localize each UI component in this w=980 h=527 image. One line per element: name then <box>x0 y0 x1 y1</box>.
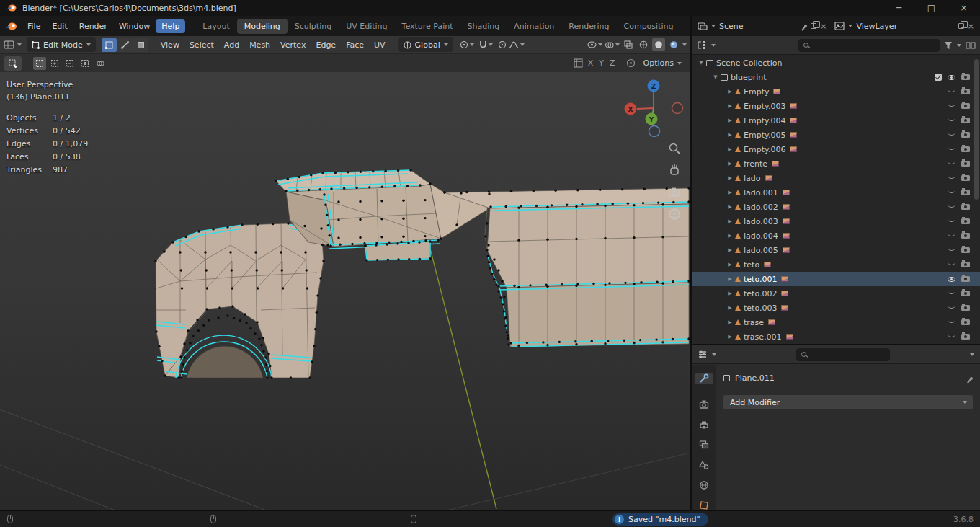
eye-closed-icon[interactable] <box>948 88 956 92</box>
eye-closed-icon[interactable] <box>948 203 956 208</box>
view-layer-icon[interactable] <box>834 22 845 30</box>
viewport-menu-edge[interactable]: Edge <box>311 38 341 52</box>
transform-orientation-selector[interactable]: Global <box>398 37 453 52</box>
disable-in-renders-icon[interactable] <box>961 132 970 138</box>
disclosure-triangle-icon[interactable]: ▶ <box>725 132 735 138</box>
select-mode-new-button[interactable] <box>33 57 46 70</box>
disable-in-renders-icon[interactable] <box>961 319 970 325</box>
pivot-point-button[interactable] <box>460 40 474 49</box>
mode-selector[interactable]: Edit Mode <box>27 37 96 52</box>
tab-tool-properties[interactable] <box>695 373 713 384</box>
disclosure-triangle-icon[interactable]: ▶ <box>725 103 735 109</box>
display-mode-icon[interactable] <box>966 41 976 50</box>
new-scene-icon[interactable] <box>811 23 816 29</box>
disclosure-triangle-icon[interactable]: ▶ <box>725 89 735 94</box>
app-menu-blender-icon[interactable] <box>4 22 19 31</box>
outliner-search-input[interactable] <box>798 39 940 52</box>
axis-lock-z[interactable]: Z <box>607 58 618 68</box>
add-modifier-dropdown[interactable]: Add Modifier <box>723 395 973 409</box>
disclosure-triangle-icon[interactable]: ▶ <box>725 233 735 239</box>
shading-solid-button[interactable] <box>652 38 665 51</box>
pan-hand-button[interactable] <box>667 163 683 179</box>
disclosure-triangle-icon[interactable]: ▶ <box>725 247 735 253</box>
select-mode-invert-button[interactable] <box>79 57 92 70</box>
tab-scene-properties[interactable] <box>695 459 713 470</box>
disable-in-renders-icon[interactable] <box>961 334 970 340</box>
snap-target-icon[interactable] <box>626 58 636 68</box>
viewport-menu-mesh[interactable]: Mesh <box>244 38 275 52</box>
face-select-mode-button[interactable] <box>133 38 148 52</box>
camera-view-button[interactable] <box>667 185 683 200</box>
scene-name[interactable]: Scene <box>719 22 744 31</box>
workspace-tab-texture-paint[interactable]: Texture Paint <box>395 19 460 34</box>
outliner-item-teto.003[interactable]: ▶teto.003 <box>692 301 980 315</box>
viewport-menu-vertex[interactable]: Vertex <box>275 38 311 52</box>
disable-in-renders-icon[interactable] <box>961 175 970 181</box>
snap-magnet-button[interactable] <box>479 40 493 49</box>
eye-open-icon[interactable] <box>948 75 956 80</box>
outliner-item-Empty.004[interactable]: ▶Empty.004 <box>692 113 980 128</box>
disable-in-renders-icon[interactable] <box>961 247 970 253</box>
disable-in-renders-icon[interactable] <box>961 118 970 123</box>
axis-lock-y[interactable]: Y <box>596 58 607 68</box>
disclosure-triangle-icon[interactable]: ▶ <box>725 190 735 195</box>
outliner-item-Empty[interactable]: ▶Empty <box>692 84 980 99</box>
outliner-item-teto[interactable]: ▶teto <box>692 257 980 272</box>
axis-lock-x[interactable]: X <box>585 58 597 68</box>
outliner-item-trase.001[interactable]: ▶trase.001 <box>692 329 980 344</box>
properties-editor-icon[interactable] <box>698 350 708 359</box>
pin-id-icon[interactable] <box>969 376 974 381</box>
workspace-tab-animation[interactable]: Animation <box>507 19 561 34</box>
editor-type-chevron[interactable] <box>17 43 22 46</box>
maximize-button[interactable]: □ <box>915 0 948 16</box>
outliner-collection-blueprint[interactable]: ▼blueprint <box>692 70 980 84</box>
tab-view-layer-properties[interactable] <box>695 440 713 451</box>
outliner-item-trase[interactable]: ▶trase <box>692 315 980 329</box>
pin-scene-icon[interactable] <box>803 24 808 28</box>
eye-closed-icon[interactable] <box>948 146 956 150</box>
menu-help[interactable]: Help <box>156 19 185 33</box>
disable-in-renders-icon[interactable] <box>961 204 970 210</box>
disable-in-renders-icon[interactable] <box>961 305 970 311</box>
disable-in-renders-icon[interactable] <box>961 218 970 224</box>
scene-selector-chevron[interactable] <box>711 25 716 27</box>
disclosure-triangle-icon[interactable]: ▶ <box>725 291 735 296</box>
xray-toggle-button[interactable] <box>622 38 635 51</box>
outliner-item-frente[interactable]: ▶frente <box>692 156 980 171</box>
outliner-item-lado.001[interactable]: ▶lado.001 <box>692 185 980 200</box>
eye-closed-icon[interactable] <box>948 117 956 121</box>
tab-object-properties[interactable] <box>695 500 713 510</box>
outliner-item-teto.001[interactable]: ▶teto.001 <box>692 272 980 286</box>
disclosure-triangle-icon[interactable]: ▶ <box>725 276 735 282</box>
workspace-tab-compositing[interactable]: Compositing <box>617 19 681 34</box>
disclosure-triangle-icon[interactable]: ▶ <box>725 262 735 267</box>
disable-in-renders-icon[interactable] <box>961 146 970 152</box>
outliner-item-lado.004[interactable]: ▶lado.004 <box>692 229 980 243</box>
disable-in-renders-icon[interactable] <box>961 89 970 94</box>
edge-select-mode-button[interactable] <box>117 38 133 52</box>
disclosure-triangle-icon[interactable]: ▶ <box>725 175 735 181</box>
eye-closed-icon[interactable] <box>948 319 956 323</box>
disable-in-renders-icon[interactable] <box>961 190 970 195</box>
workspace-tab-layout[interactable]: Layout <box>195 19 236 34</box>
outliner-item-teto.002[interactable]: ▶teto.002 <box>692 286 980 301</box>
outliner-type-chevron[interactable] <box>711 44 716 47</box>
disable-in-renders-icon[interactable] <box>961 74 970 80</box>
disclosure-triangle-icon[interactable]: ▶ <box>725 204 735 210</box>
eye-closed-icon[interactable] <box>948 232 956 236</box>
view-layer-name[interactable]: ViewLayer <box>856 22 897 31</box>
eye-closed-icon[interactable] <box>948 290 956 294</box>
disable-in-renders-icon[interactable] <box>961 103 970 109</box>
outliner-item-lado.003[interactable]: ▶lado.003 <box>692 214 980 229</box>
eye-closed-icon[interactable] <box>948 160 956 164</box>
scene-editor-icon[interactable] <box>698 22 708 30</box>
disclosure-triangle-icon[interactable]: ▶ <box>725 146 735 152</box>
workspace-tab-sculpting[interactable]: Sculpting <box>288 19 339 34</box>
collection-checkbox[interactable] <box>935 74 942 81</box>
viewport-menu-add[interactable]: Add <box>219 38 244 52</box>
select-mode-intersect-button[interactable] <box>94 57 107 70</box>
zoom-tool-button[interactable] <box>667 141 683 157</box>
eye-closed-icon[interactable] <box>948 218 956 222</box>
disable-in-renders-icon[interactable] <box>961 276 970 282</box>
disclosure-triangle-icon[interactable]: ▶ <box>725 161 735 167</box>
